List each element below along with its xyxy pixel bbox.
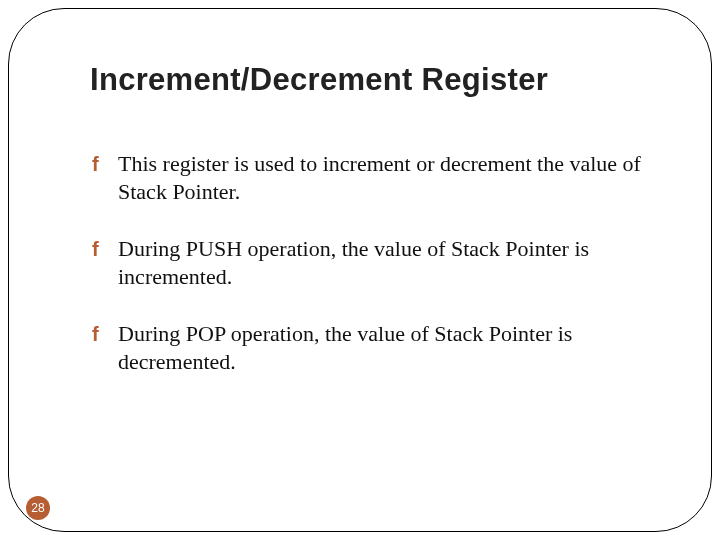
list-item: f During PUSH operation, the value of St…: [92, 235, 652, 290]
page-number: 28: [31, 501, 44, 515]
bullet-text: This register is used to increment or de…: [118, 151, 641, 204]
bullet-text: During PUSH operation, the value of Stac…: [118, 236, 589, 289]
list-item: f This register is used to increment or …: [92, 150, 652, 205]
page-number-badge: 28: [26, 496, 50, 520]
slide-body: Increment/Decrement Register f This regi…: [8, 8, 712, 532]
bullet-icon: f: [92, 322, 99, 347]
list-item: f During POP operation, the value of Sta…: [92, 320, 652, 375]
bullet-icon: f: [92, 237, 99, 262]
bullet-icon: f: [92, 152, 99, 177]
bullet-list: f This register is used to increment or …: [92, 150, 652, 375]
bullet-text: During POP operation, the value of Stack…: [118, 321, 572, 374]
slide-title: Increment/Decrement Register: [90, 62, 652, 98]
